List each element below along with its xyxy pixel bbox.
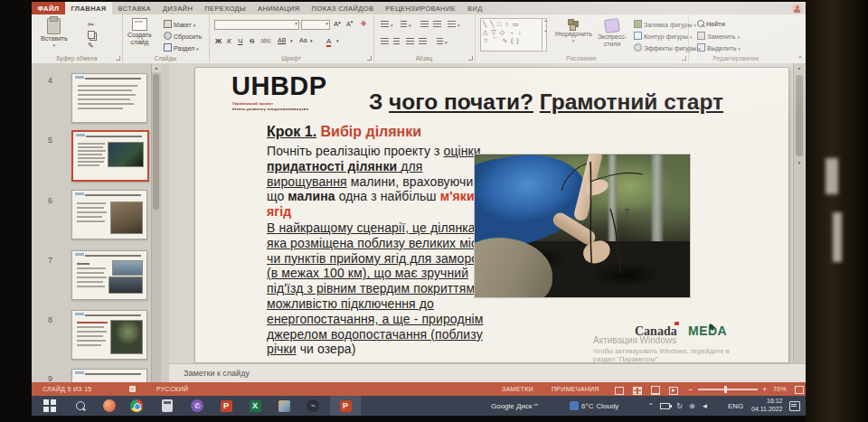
new-slide-button[interactable]: Создать слайд [127,18,152,45]
zoom-in-button[interactable]: + [762,385,768,394]
paragraph-dialog-launcher[interactable] [468,56,473,61]
taskbar-powerpoint[interactable]: P [219,399,233,413]
shapes-gallery-scroll[interactable]: ▲▪▼ [542,18,549,50]
collapse-ribbon-button[interactable]: ˄ [798,54,802,61]
sync-icon[interactable]: ↻ [676,402,683,410]
reading-view-button[interactable] [651,386,660,395]
language-indicator[interactable]: РУССКИЙ [156,386,188,392]
slide-thumbnail-9[interactable] [71,369,147,383]
change-case-dropdown[interactable]: ▾ [310,38,313,43]
grow-font-button[interactable]: А▴ [334,19,341,28]
slide-thumbnail-8[interactable] [71,310,147,360]
scroll-down-arrow[interactable]: ▼ [794,158,805,168]
tab-slideshow[interactable]: ПОКАЗ СЛАЙДОВ [306,2,380,14]
taskbar-photos-app[interactable] [102,399,117,413]
bullets-button[interactable]: ▾ [381,21,392,28]
shapes-row[interactable]: ☆ ⌒ ∿ ( ) [483,36,544,44]
body-paragraph-2[interactable]: В найкращому сценарії, це ділянка, яка р… [267,220,500,357]
replace-button[interactable]: Заменить ▾ [697,32,740,40]
comments-toggle-button[interactable]: ПРИМЕЧАНИЯ [552,386,599,392]
font-dialog-launcher[interactable] [367,56,372,61]
taskbar-media-app[interactable]: ~ [306,399,320,413]
find-button[interactable]: Найти [697,20,725,27]
show-hidden-icons-chevron[interactable]: ⌃ [648,402,655,410]
battery-icon[interactable] [660,403,670,409]
taskbar-chrome[interactable] [129,399,144,413]
select-button[interactable]: Выделить ▾ [697,43,741,52]
start-button[interactable] [42,399,57,413]
tab-animations[interactable]: АНИМАЦИЯ [251,2,306,14]
fit-to-window-button[interactable] [795,386,804,394]
char-spacing-dropdown[interactable]: ▾ [290,38,293,43]
slideshow-button[interactable] [669,387,678,395]
slide-area-scrollbar[interactable]: ▲ ▼ [793,63,805,363]
shapes-row[interactable]: ╲ ╲ □ ○ ▭ [483,20,544,28]
line-spacing-button[interactable]: ▾ [448,21,459,28]
font-size-combobox[interactable] [301,20,330,30]
slide-title[interactable]: З чого почати? Грамотний старт [313,89,779,115]
network-icon[interactable]: ⊕ [689,402,695,410]
shapes-row[interactable]: △ ▽ ◇ → ↓ [483,28,544,36]
paste-button[interactable]: Вставить ▾ [41,18,68,48]
weather-widget[interactable]: 6°C Cloudy [570,396,618,416]
zoom-level[interactable]: 70% [773,386,787,392]
shrink-font-button[interactable]: А▾ [346,19,353,28]
italic-button[interactable]: К [227,37,231,45]
slide-sorter-view-button[interactable] [633,387,642,395]
align-right-button[interactable] [406,38,414,45]
numbering-button[interactable]: ▾ [401,21,410,28]
scrollbar-thumb[interactable] [153,74,159,210]
cut-button[interactable]: ✂ [88,20,95,29]
tab-home[interactable]: ГЛАВНАЯ [65,2,112,14]
tab-design[interactable]: ДИЗАЙН [157,2,199,14]
spellcheck-icon[interactable] [129,386,137,392]
notes-pane[interactable]: Заметки к слайду [169,363,806,382]
clock[interactable]: 16:12 04.11.2022 [751,396,800,416]
body-paragraph-1[interactable]: Почніть реалізацію проекту з оцінки прид… [267,144,495,220]
slide-thumbnail-7[interactable] [71,250,147,300]
tab-view[interactable]: ВИД [462,2,489,14]
notes-toggle-button[interactable]: ЗАМЕТКИ [502,386,533,392]
format-painter-button[interactable]: ✎ [88,42,94,50]
taskbar-calculator[interactable] [160,399,175,413]
copy-button[interactable] [88,31,95,40]
slide-thumbnail-6[interactable] [71,190,147,239]
arrange-button[interactable]: Упорядочить ▾ [554,19,592,43]
scroll-up-arrow[interactable]: ▲ [152,63,161,72]
volume-icon[interactable]: ◄ [702,402,709,410]
normal-view-button[interactable] [615,387,624,395]
clear-formatting-button[interactable]: ◆ [361,19,366,27]
decrease-indent-button[interactable] [420,21,429,28]
zoom-slider-track[interactable] [698,389,758,390]
strikethrough-button[interactable]: S [250,37,254,45]
tab-review[interactable]: РЕЦЕНЗИРОВАНИЕ [380,2,462,14]
font-color-dropdown[interactable]: ▾ [336,38,339,43]
shapes-gallery[interactable]: ╲ ╲ □ ○ ▭ △ ▽ ◇ → ↓ ☆ ⌒ ∿ ( ) [480,18,547,52]
account-avatar-icon[interactable] [792,4,802,13]
scroll-up-arrow[interactable]: ▲ [794,63,805,73]
taskbar-excel[interactable]: X [248,399,262,413]
slide-thumbnail-5-selected[interactable] [71,130,149,182]
bold-button[interactable]: Ж [215,37,222,45]
zoom-out-button[interactable]: − [688,385,693,394]
columns-button[interactable]: ▾ [437,38,447,45]
tab-insert[interactable]: ВСТАВКА [112,2,156,14]
clipboard-dialog-launcher[interactable] [116,56,120,61]
align-center-button[interactable] [393,38,400,45]
shape-outline-button[interactable]: Контур фигуры ▾ [634,32,692,40]
text-shadow-button[interactable]: abc [260,37,270,43]
layout-button[interactable]: Макет ▾ [164,20,195,28]
search-button[interactable] [73,399,88,413]
shape-fill-button[interactable]: Заливка фигуры ▾ [634,20,696,28]
input-language[interactable]: ENG [728,396,743,416]
align-left-button[interactable] [381,38,389,45]
increase-indent-button[interactable] [433,21,441,28]
char-spacing-button[interactable]: АВ [278,37,286,44]
notification-center-icon[interactable] [789,401,800,411]
drawing-dialog-launcher[interactable] [682,56,686,61]
slide-canvas[interactable]: UHBDP Український проект бізнес-розвитку… [194,67,789,363]
font-name-combobox[interactable] [214,20,299,30]
step-heading[interactable]: Крок 1. Вибір ділянки [267,124,421,140]
thumbnail-panel-scrollbar[interactable]: ▲ [151,63,161,382]
taskbar-viber[interactable]: ✆ [190,399,204,413]
